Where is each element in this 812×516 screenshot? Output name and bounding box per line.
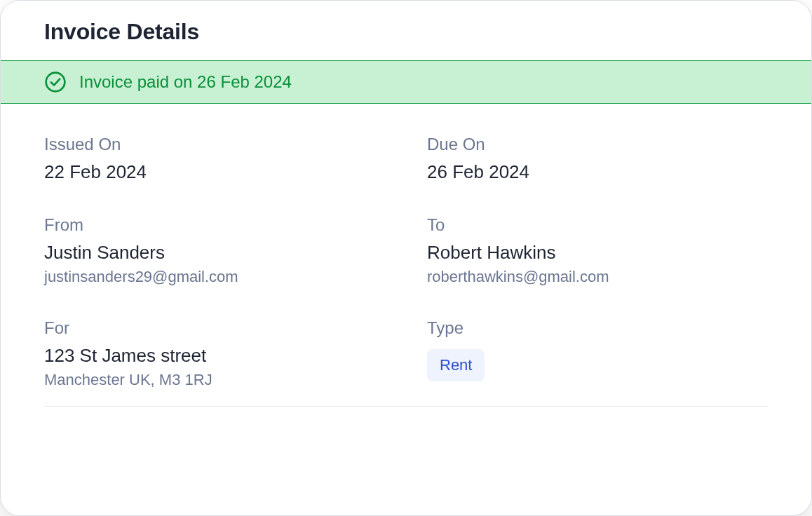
field-label: From <box>44 215 385 235</box>
field-from: From Justin Sanders justinsanders29@gmai… <box>44 215 385 286</box>
for-address-line2: Manchester UK, M3 1RJ <box>44 371 385 389</box>
for-address-line1: 123 St James street <box>44 345 385 367</box>
svg-point-0 <box>46 73 65 92</box>
check-circle-icon <box>44 71 67 93</box>
field-label: Issued On <box>44 135 385 154</box>
field-label: Due On <box>427 135 768 154</box>
field-label: Type <box>427 318 768 338</box>
from-name: Justin Sanders <box>44 242 385 264</box>
invoice-card: Invoice Details Invoice paid on 26 Feb 2… <box>0 0 812 516</box>
to-name: Robert Hawkins <box>427 242 768 264</box>
field-label: To <box>427 215 768 235</box>
type-badge: Rent <box>427 349 485 381</box>
details-grid: Issued On 22 Feb 2024 Due On 26 Feb 2024… <box>1 104 811 406</box>
field-for: For 123 St James street Manchester UK, M… <box>44 318 385 389</box>
to-email: roberthawkins@gmail.com <box>427 268 768 286</box>
field-value: 26 Feb 2024 <box>427 161 768 183</box>
card-header: Invoice Details <box>1 1 811 60</box>
field-issued-on: Issued On 22 Feb 2024 <box>44 135 385 183</box>
field-label: For <box>44 318 385 338</box>
field-to: To Robert Hawkins roberthawkins@gmail.co… <box>427 215 768 286</box>
field-value: 22 Feb 2024 <box>44 161 385 183</box>
field-due-on: Due On 26 Feb 2024 <box>427 135 768 183</box>
status-text: Invoice paid on 26 Feb 2024 <box>79 72 292 92</box>
field-type: Type Rent <box>427 318 768 389</box>
status-banner: Invoice paid on 26 Feb 2024 <box>1 60 811 104</box>
divider <box>44 406 768 407</box>
from-email: justinsanders29@gmail.com <box>44 268 385 286</box>
page-title: Invoice Details <box>44 19 768 45</box>
